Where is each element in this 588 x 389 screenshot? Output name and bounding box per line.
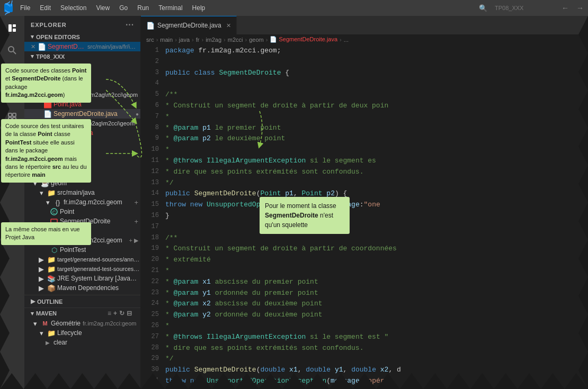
point-class-label: Point [60,208,74,215]
code-line-14: public SegmentDeDroite(Point p1, Point p… [163,188,588,200]
code-line-6: * Construit un segment de droite à parti… [163,101,588,112]
editor-area: 📄 SegmentDeDroite.java ✕ src › main › ja… [141,16,588,389]
code-editor[interactable]: 12345 678910 1112131415 1617181920 21222… [141,44,588,389]
goal-icon: ▶ [43,338,52,347]
maven-add-icon[interactable]: ≡ [108,310,111,317]
add-test-button[interactable]: + ▶ [129,237,138,244]
svg-rect-0 [8,24,12,32]
bc-file: 📄 SegmentDeDroite.java [270,36,337,43]
sidebar-header: EXPLORER ··· [24,16,140,32]
nav-back[interactable]: ← [562,4,569,12]
arrow-icon: ▶ [37,255,46,264]
tree-generated-sources[interactable]: ▶ 📁 target/generated-sources/annotations [24,255,140,264]
section-arrow: ▾ [31,310,34,317]
tooltip-skeleton: Pour le moment la classe SegmentDeDroite… [260,197,350,234]
generated-test-label: target/generated-test-sources/test-annot… [57,266,140,272]
code-line-23: * @param y1 ordonnée du premier point [163,288,588,299]
tree-clear-goal[interactable]: ▶ clear [24,338,140,347]
add-method-button[interactable]: + [134,218,138,225]
code-line-27: * @throws IllegalArgumentException si le… [163,332,588,343]
tree-src-main-java[interactable]: ▾ 📁 src/main/java [24,188,140,197]
tab-close-button[interactable]: ✕ [226,22,231,29]
open-editor-path: src/main/java/fr/im2ag/m2cci/geom [87,43,140,50]
menu-terminal[interactable]: Terminal [154,3,186,13]
code-line-3: public class SegmentDeDroite { [163,68,588,79]
annotation-1: Code source des classes Point et Segment… [1,64,91,103]
svg-text:C: C [52,210,56,215]
folder-icon: 📁 [47,255,56,264]
sidebar-more[interactable]: ··· [126,20,134,30]
code-line-20: * extrémité [163,255,588,266]
editor-tabs: 📄 SegmentDeDroite.java ✕ [141,16,588,34]
code-line-24: * @param x2 abscisse du deuxième point [163,298,588,310]
bc-im2ag: im2ag [206,37,221,43]
editor-tab-active[interactable]: 📄 SegmentDeDroite.java ✕ [141,16,237,34]
lifecycle-label: Lifecycle [57,329,82,337]
tree-maven-dep[interactable]: ▶ 📦 Maven Dependencies [24,283,140,293]
tree-pointtest-class[interactable]: ⬡ PointTest [24,245,140,255]
code-line-4 [163,78,588,89]
test-icon: ⬡ [50,246,58,254]
nav-forward[interactable]: → [576,4,584,12]
menu-run[interactable]: Run [133,3,153,13]
lifecycle-icon: 📁 [47,329,56,337]
tree-point-class[interactable]: C Point [24,207,140,216]
maven-label: MAVEN [36,310,57,316]
main-container: EXPLORER ··· ▾ OPEN EDITORS ✕ 📄 SegmentD… [0,16,588,389]
code-content: package fr.im2ag.m2cci.geom; public clas… [163,44,588,389]
code-line-9: * @param p2 le deuxième point [163,133,588,144]
tree-package-main[interactable]: ▾ {} fr.im2ag.m2cci.geom + [24,197,140,207]
code-line-19: * Construit un segment de droite à parti… [163,243,588,255]
code-line-12: * dire que ses points extrémités sont co… [163,167,588,178]
code-line-28: * dire que ses points extrémités sont co… [163,343,588,354]
tree-segment-java[interactable]: 📄 SegmentDeDroite.java ● [24,109,140,119]
breadcrumb: src › main › java › fr › im2ag › m2cci ›… [141,34,588,44]
arrow-icon: ▾ [31,319,39,328]
menu-selection[interactable]: Selection [56,3,91,13]
section-arrow: ▾ [31,53,34,60]
add-class-button[interactable]: + [134,198,138,206]
menu-help[interactable]: Help [188,3,210,13]
annotation-2: Code source des test unitaires de la cla… [1,119,91,183]
tree-maven-project[interactable]: ▾ M Géométrie fr.im2ag.m2cci:geom [24,319,140,328]
bc-more: ... [344,37,349,43]
menu-go[interactable]: Go [115,3,132,13]
maven-collapse-icon[interactable]: ⊟ [127,310,132,317]
code-line-1: package fr.im2ag.m2cci.geom; [163,46,588,57]
app-icon: ≺/≻ [4,4,13,12]
code-line-18: /** [163,233,588,244]
code-line-16: } [163,211,588,222]
section-maven[interactable]: ▾ MAVEN ≡ + ↻ ⊟ [24,307,140,319]
search-input[interactable] [491,4,554,12]
activity-search[interactable] [3,41,21,59]
open-editor-item[interactable]: ✕ 📄 SegmentDeDroite.java src/main/java/f… [24,42,140,51]
tree-lifecycle[interactable]: ▾ 📁 Lifecycle [24,328,140,338]
sidebar-title: EXPLORER [31,22,67,28]
annotation-3: La même chose mais en vue Projet Java [1,222,91,245]
folder-icon: 📁 [47,265,56,273]
segment-java-label: SegmentDeDroite.java [54,110,118,117]
maven-run-icon[interactable]: ↻ [119,310,124,317]
maven-refresh-icon[interactable]: + [113,310,117,317]
menu-view[interactable]: View [92,3,114,13]
svg-point-3 [8,47,14,52]
code-line-26: * [163,321,588,332]
titlebar: ≺/≻ File Edit Selection View Go Run Term… [0,0,588,16]
section-open-editors[interactable]: ▾ OPEN EDITORS [24,32,140,42]
arrow-icon: ▾ [37,329,46,337]
section-outline[interactable]: ▶ OUTLINE [24,295,140,306]
clear-goal-label: clear [54,339,67,346]
src-main-java-label: src/main/java [57,189,95,196]
bc-java: java [179,37,190,43]
code-line-22: * @param x1 abscisse du premier point [163,277,588,288]
dep-icon: 📦 [47,284,56,292]
tree-jre[interactable]: ▶ 📚 JRE System Library [JavaSE-21] [24,274,140,283]
close-icon[interactable]: ✕ [31,43,35,50]
svg-rect-10 [13,113,16,116]
bc-m2cci: m2cci [228,37,243,43]
class-icon: C [50,207,58,216]
menu-edit[interactable]: Edit [35,3,55,13]
menu-file[interactable]: File [16,3,34,13]
section-project[interactable]: ▾ TP08_XXX [24,51,140,61]
tree-generated-test-sources[interactable]: ▶ 📁 target/generated-test-sources/test-a… [24,264,140,274]
